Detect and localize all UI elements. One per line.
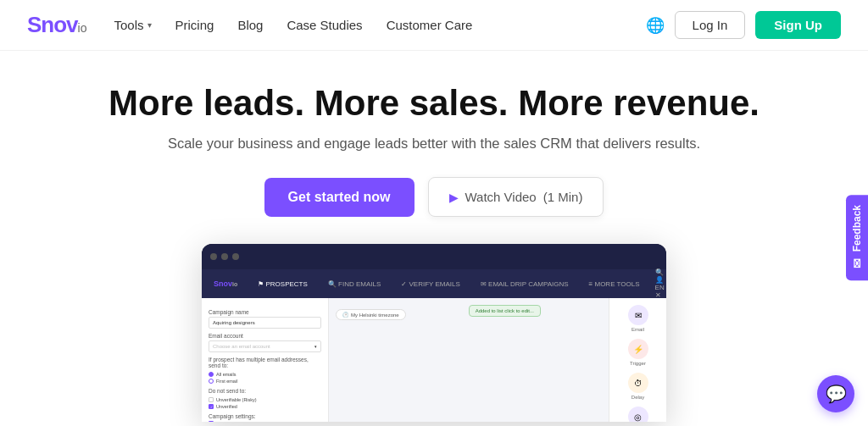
play-icon: ▶: [449, 191, 459, 204]
radio-first-email: First email: [209, 379, 321, 384]
preview-email-input: Choose an email account ▾: [209, 340, 321, 352]
hero-actions: Get started now ▶ Watch Video (1 Min): [264, 177, 604, 217]
preview-donot-label: Do not send to:: [209, 388, 321, 394]
app-preview: Snovio ⚑ PROSPECTS 🔍 FIND EMAILS ✓ VERIF…: [202, 244, 666, 422]
logo-io: io: [78, 21, 87, 35]
login-button[interactable]: Log In: [675, 11, 746, 39]
nav-tools[interactable]: Tools ▾: [114, 18, 151, 32]
preview-nav-campaigns: ✉ EMAIL DRIP CAMPAIGNS: [476, 278, 574, 290]
envelope-icon: ✉: [850, 258, 864, 268]
hero-section: More leads. More sales. More revenue. Sc…: [0, 51, 868, 426]
preview-body: Campaign name Aquiring designers Email a…: [202, 298, 666, 422]
radio-first-icon: [209, 379, 214, 384]
nav-actions: 🌐 Log In Sign Up: [646, 11, 841, 39]
nav-customer-care[interactable]: Customer Care: [387, 18, 473, 32]
feedback-label: Feedback: [851, 205, 863, 252]
preview-main: 🕐 My Helsinki timezone Added to list cli…: [329, 298, 609, 422]
preview-email-label: Email account: [209, 333, 321, 339]
link-tracking-icon: ✓: [209, 421, 214, 422]
panel-email: ✉ Email: [628, 305, 648, 332]
preview-nav: Snovio ⚑ PROSPECTS 🔍 FIND EMAILS ✓ VERIF…: [202, 269, 666, 298]
preview-nav-prospects: ⚑ PROSPECTS: [253, 278, 313, 290]
preview-campaign-label: Campaign name: [209, 309, 321, 315]
preview-checkbox-group: Unverifiable (Risky) ✓ Unverified: [209, 397, 321, 409]
panel-delay: ⏱ Delay: [628, 373, 648, 400]
nav-case-studies[interactable]: Case Studies: [287, 18, 362, 32]
preview-nav-more: ≡ MORE TOOLS: [584, 278, 645, 290]
globe-icon[interactable]: 🌐: [646, 16, 665, 35]
chat-icon: 💬: [826, 384, 847, 404]
checkbox-link-tracking: ✓ Enable link tracking: [209, 421, 321, 422]
logo[interactable]: Snovio: [27, 12, 86, 38]
feedback-tab[interactable]: ✉ Feedback: [846, 195, 868, 280]
preview-campaign-input: Aquiring designers: [209, 317, 321, 329]
panel-trigger: ⚡ Trigger: [628, 339, 648, 366]
radio-all-emails: All emails: [209, 372, 321, 377]
clock-icon: 🕐: [342, 312, 348, 318]
preview-dot-2: [221, 253, 228, 260]
preview-timezone: 🕐 My Helsinki timezone: [336, 309, 406, 320]
checkbox-unverified-icon: ✓: [209, 404, 214, 409]
nav-pricing[interactable]: Pricing: [175, 18, 214, 32]
video-duration: (1 Min): [543, 190, 583, 204]
chat-button[interactable]: 💬: [817, 375, 854, 412]
preview-nav-icons: 🔍 👤 EN ✕: [655, 268, 665, 299]
checkbox-unverifiable: Unverifiable (Risky): [209, 397, 321, 402]
panel-delay-icon: ⏱: [628, 373, 648, 393]
nav-blog[interactable]: Blog: [237, 18, 263, 32]
nav-links: Tools ▾ Pricing Blog Case Studies Custom…: [114, 18, 645, 32]
signup-button[interactable]: Sign Up: [755, 11, 841, 39]
checkbox-unverified: ✓ Unverified: [209, 404, 321, 409]
preview-logo: Snovio: [209, 277, 242, 290]
watch-video-button[interactable]: ▶ Watch Video (1 Min): [428, 177, 604, 217]
preview-settings-label: Campaign settings:: [209, 413, 321, 419]
preview-toast: Added to list click to edit...: [469, 305, 541, 317]
panel-trigger-icon: ⚡: [628, 339, 648, 359]
preview-nav-verify: ✓ VERIFY EMAILS: [396, 278, 465, 290]
get-started-button[interactable]: Get started now: [264, 178, 415, 217]
preview-dot-3: [232, 253, 239, 260]
radio-all-icon: [209, 372, 214, 377]
panel-email-icon: ✉: [628, 305, 648, 325]
dropdown-icon: ▾: [314, 344, 317, 349]
preview-topbar: [202, 244, 666, 269]
panel-goal-icon: ◎: [628, 407, 648, 422]
hero-subtitle: Scale your business and engage leads bet…: [168, 136, 700, 152]
panel-goal: ◎ Goal: [628, 407, 648, 422]
preview-multiple-email-label: If prospect has multiple email addresses…: [209, 357, 321, 368]
navbar: Snovio Tools ▾ Pricing Blog Case Studies…: [0, 0, 868, 51]
preview-right-panel: ✉ Email ⚡ Trigger ⏱ Delay ◎ Goal: [609, 298, 666, 422]
preview-nav-find: 🔍 FIND EMAILS: [323, 278, 386, 290]
preview-radio-group: All emails First email: [209, 372, 321, 384]
logo-snov: Snov: [27, 12, 78, 38]
chevron-down-icon: ▾: [147, 20, 152, 30]
checkbox-unverifiable-icon: [209, 397, 214, 402]
preview-dot-1: [210, 253, 217, 260]
watch-video-label: Watch Video: [465, 190, 537, 204]
hero-title: More leads. More sales. More revenue.: [108, 83, 760, 124]
preview-sidebar: Campaign name Aquiring designers Email a…: [202, 298, 329, 422]
